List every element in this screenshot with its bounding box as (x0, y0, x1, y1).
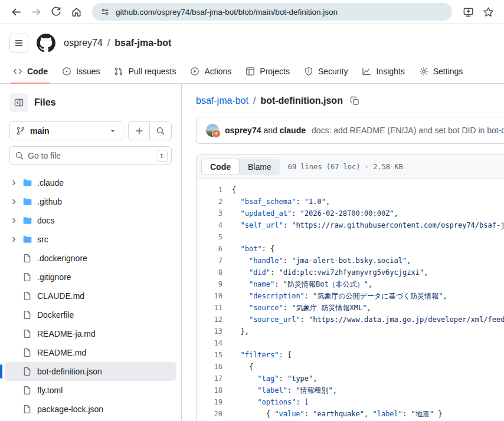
chevron-right-icon[interactable] (9, 216, 22, 225)
line-content: "handle": "jma-alert-bot.bsky.social", (232, 255, 411, 267)
tab-settings[interactable]: Settings (413, 60, 469, 83)
tree-item-.gitignore[interactable]: .gitignore (5, 268, 176, 287)
tab-blame[interactable]: Blame (240, 159, 280, 175)
repo-name-link[interactable]: bsaf-jma-bot (114, 38, 171, 48)
line-number[interactable]: 5 (197, 231, 232, 243)
github-logo-icon[interactable] (37, 34, 55, 52)
address-bar[interactable]: github.com/osprey74/bsaf-jma-bot/blob/ma… (92, 3, 452, 21)
breadcrumb-file-name: bot-definition.json (260, 96, 343, 106)
repo-owner-link[interactable]: osprey74 (64, 38, 103, 48)
tab-projects[interactable]: Projects (240, 60, 296, 83)
commit-coauthor[interactable]: claude (280, 126, 306, 135)
files-heading: Files (34, 97, 55, 108)
line-number[interactable]: 3 (197, 208, 232, 219)
tree-item-src[interactable]: src (5, 230, 176, 249)
line-number[interactable]: 16 (197, 361, 232, 373)
line-content: "filters": [ (232, 349, 292, 361)
goto-file-input[interactable] (9, 146, 172, 165)
tab-issues[interactable]: Issues (56, 60, 106, 83)
code-line: 15 "filters": [ (197, 349, 504, 361)
line-number[interactable]: 13 (197, 325, 232, 337)
tree-item-.claude[interactable]: .claude (5, 173, 176, 192)
latest-commit-bar[interactable]: osprey74 and claude docs: add README (EN… (196, 117, 504, 144)
line-number[interactable]: 12 (197, 314, 232, 325)
code-line: 19 "options": [ (197, 396, 504, 408)
tab-actions[interactable]: Actions (184, 60, 237, 83)
commit-message[interactable]: docs: add README (EN/JA) and set bot DID… (312, 126, 504, 135)
line-number[interactable]: 15 (197, 349, 232, 361)
security-icon (304, 67, 313, 76)
reload-icon[interactable] (47, 3, 65, 21)
line-number[interactable]: 9 (197, 278, 232, 290)
collapse-sidebar-icon[interactable] (9, 93, 28, 112)
tree-item-label: src (37, 235, 48, 244)
line-number[interactable]: 20 (197, 408, 232, 420)
tree-item-Dockerfile[interactable]: Dockerfile (5, 305, 176, 324)
line-number[interactable]: 11 (197, 302, 232, 314)
breadcrumb-repo-link[interactable]: bsaf-jma-bot (196, 96, 248, 106)
tree-item-README.md[interactable]: README.md (5, 343, 176, 362)
tab-insights[interactable]: Insights (356, 60, 410, 83)
tree-item-bot-definition.json[interactable]: bot-definition.json (5, 362, 176, 381)
folder-icon (22, 216, 32, 225)
commit-author[interactable]: osprey74 (225, 126, 261, 135)
file-icon (22, 348, 32, 357)
menu-icon[interactable] (9, 34, 28, 52)
code-line: 7 "handle": "jma-alert-bot.bsky.social", (197, 255, 504, 267)
line-content: { (232, 184, 236, 196)
line-number[interactable]: 4 (197, 219, 232, 231)
chevron-right-icon[interactable] (9, 197, 22, 206)
chevron-right-icon[interactable] (9, 178, 22, 188)
tree-item-package-lock.json[interactable]: package-lock.json (5, 400, 176, 419)
home-icon[interactable] (67, 3, 85, 21)
tree-item-label: docs (37, 216, 55, 225)
back-icon[interactable] (7, 3, 25, 21)
tree-item-label: .claude (37, 178, 64, 188)
tree-item-fly.toml[interactable]: fly.toml (5, 381, 176, 400)
forward-icon[interactable] (27, 3, 45, 21)
code-line: 6 "bot": { (197, 243, 504, 255)
tree-item-.dockerignore[interactable]: .dockerignore (5, 249, 176, 268)
tab-security[interactable]: Security (298, 60, 354, 83)
tab-pull-requests[interactable]: Pull requests (108, 60, 182, 83)
tab-code[interactable]: Code (201, 159, 240, 175)
line-number[interactable]: 6 (197, 243, 232, 255)
branch-selector[interactable]: main (9, 121, 123, 140)
line-number[interactable]: 19 (197, 396, 232, 408)
tree-item-.github[interactable]: .github (5, 192, 176, 211)
chevron-right-icon[interactable] (9, 235, 22, 244)
search-files-button[interactable] (150, 121, 172, 140)
line-number[interactable]: 17 (197, 373, 232, 384)
file-icon (22, 386, 32, 395)
line-number[interactable]: 10 (197, 290, 232, 302)
code-line: 1{ (197, 184, 504, 196)
file-icon (22, 254, 32, 263)
site-info-icon[interactable] (100, 7, 110, 17)
line-number[interactable]: 1 (197, 184, 232, 196)
browser-toolbar: github.com/osprey74/bsaf-jma-bot/blob/ma… (0, 0, 504, 24)
line-number[interactable]: 2 (197, 196, 232, 208)
tree-item-README-ja.md[interactable]: README-ja.md (5, 324, 176, 343)
tree-item-docs[interactable]: docs (5, 211, 176, 230)
folder-icon (22, 178, 32, 188)
install-icon[interactable] (459, 3, 477, 21)
bookmark-star-icon[interactable] (479, 3, 497, 21)
tree-item-CLAUDE.md[interactable]: CLAUDE.md (5, 287, 176, 305)
new-file-button[interactable] (128, 121, 150, 140)
line-content: }, (232, 325, 249, 337)
search-icon (15, 151, 24, 160)
code-line: 4 "self_url": "https://raw.githubusercon… (197, 219, 504, 231)
line-number[interactable]: 8 (197, 267, 232, 278)
avatar[interactable] (206, 124, 219, 137)
commit-conjunction: and (263, 126, 277, 135)
line-number[interactable]: 7 (197, 255, 232, 267)
line-number[interactable]: 18 (197, 384, 232, 396)
line-number[interactable]: 14 (197, 337, 232, 349)
breadcrumb-separator: / (253, 96, 256, 106)
insights-icon (362, 67, 371, 76)
shortcut-key-badge: t (156, 150, 168, 162)
folder-icon (22, 197, 32, 206)
settings-icon (419, 67, 428, 76)
copy-path-icon[interactable] (350, 96, 359, 106)
tab-code[interactable]: Code (7, 60, 54, 83)
